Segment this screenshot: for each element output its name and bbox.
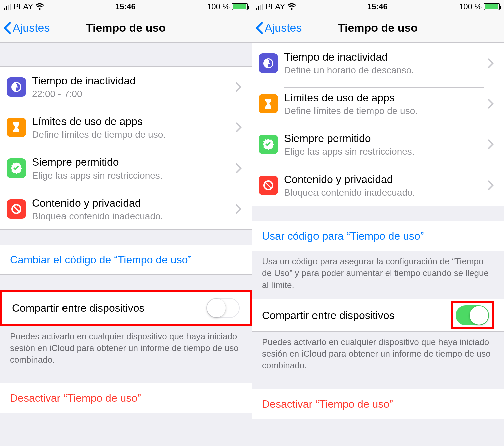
row-sub: Define límites de tiempo de uso. (284, 105, 484, 117)
chevron-right-icon (484, 180, 494, 190)
share-label: Compartir entre dispositivos (262, 309, 395, 322)
chevron-right-icon (484, 139, 494, 149)
highlight-share-on (451, 301, 494, 329)
row-sub: Define límites de tiempo de uso. (32, 129, 232, 140)
use-code-footer: Usa un código para asegurar la configura… (252, 251, 504, 293)
row-downtime[interactable]: Tiempo de inactividad Define un horario … (252, 43, 504, 83)
checkbadge-icon (259, 135, 278, 154)
row-sub: Bloquea contenido inadecuado. (284, 187, 484, 198)
status-bar: PLAY 15:46 100 % (0, 0, 252, 13)
signal-icon (4, 4, 11, 10)
signal-icon (256, 4, 263, 10)
back-button[interactable]: Ajustes (255, 21, 302, 34)
change-code-button[interactable]: Cambiar el código de “Tiempo de uso” (0, 245, 252, 274)
status-time: 15:46 (367, 2, 388, 11)
chevron-right-icon (484, 58, 494, 68)
group-disable: Desactivar “Tiempo de uso” (0, 383, 252, 413)
link-label: Desactivar “Tiempo de uso” (262, 397, 393, 411)
row-title: Siempre permitido (284, 132, 484, 145)
status-right: 100 % (459, 2, 500, 11)
status-left: PLAY (4, 2, 44, 11)
section-spacer (252, 374, 504, 389)
link-label: Desactivar “Tiempo de uso” (10, 391, 141, 405)
disable-screentime-button[interactable]: Desactivar “Tiempo de uso” (0, 383, 252, 413)
hourglass-icon (7, 118, 26, 137)
row-share-devices[interactable]: Compartir entre dispositivos (252, 299, 504, 331)
downtime-icon (7, 77, 26, 97)
row-always-allowed[interactable]: Siempre permitido Elige las apps sin res… (252, 124, 504, 165)
row-title: Tiempo de inactividad (32, 74, 232, 87)
back-button[interactable]: Ajustes (3, 21, 50, 34)
section-spacer (252, 206, 504, 221)
section-spacer (0, 43, 252, 66)
row-sub: 22:00 - 7:00 (32, 88, 232, 100)
chevron-right-icon (232, 82, 242, 92)
settings-group-main: Tiempo de inactividad Define un horario … (252, 43, 504, 206)
share-footer: Puedes activarlo en cualquier dispositiv… (0, 326, 252, 368)
battery-icon (484, 3, 500, 10)
battery-icon (232, 3, 248, 10)
highlight-share-off: Compartir entre dispositivos (0, 290, 252, 326)
row-sub: Bloquea contenido inadecuado. (32, 210, 232, 222)
nav-bar: Ajustes Tiempo de uso (252, 13, 504, 43)
carrier-label: PLAY (13, 2, 33, 11)
status-time: 15:46 (115, 2, 136, 11)
row-title: Tiempo de inactividad (284, 50, 484, 64)
row-title: Límites de uso de apps (32, 115, 232, 128)
row-title: Contenido y privacidad (284, 173, 484, 186)
wifi-icon (287, 3, 296, 10)
hourglass-icon (259, 94, 278, 113)
row-content-privacy[interactable]: Contenido y privacidad Bloquea contenido… (0, 189, 252, 229)
status-right: 100 % (207, 2, 248, 11)
row-sub: Define un horario de descanso. (284, 64, 484, 76)
row-title: Contenido y privacidad (32, 196, 232, 210)
share-label: Compartir entre dispositivos (12, 301, 145, 315)
battery-percent: 100 % (207, 2, 230, 11)
status-bar: PLAY 15:46 100 % (252, 0, 504, 13)
share-toggle[interactable] (206, 298, 240, 318)
row-share-devices[interactable]: Compartir entre dispositivos (2, 292, 250, 324)
link-label: Cambiar el código de “Tiempo de uso” (10, 253, 192, 266)
group-disable: Desactivar “Tiempo de uso” (252, 389, 504, 419)
carrier-label: PLAY (265, 2, 285, 11)
share-footer: Puedes activarlo en cualquier dispositiv… (252, 332, 504, 373)
nosign-icon (7, 199, 26, 219)
status-left: PLAY (256, 2, 296, 11)
section-spacer (0, 230, 252, 245)
row-sub: Elige las apps sin restricciones. (32, 170, 232, 181)
disable-screentime-button[interactable]: Desactivar “Tiempo de uso” (252, 389, 504, 419)
chevron-right-icon (232, 163, 242, 173)
section-spacer (252, 293, 504, 299)
back-label: Ajustes (13, 21, 50, 34)
row-app-limits[interactable]: Límites de uso de apps Define límites de… (0, 107, 252, 148)
group-use-code: Usar código para “Tiempo de uso” (252, 221, 504, 251)
downtime-icon (259, 53, 278, 73)
settings-group-main: Tiempo de inactividad 22:00 - 7:00 Límit… (0, 66, 252, 230)
row-downtime[interactable]: Tiempo de inactividad 22:00 - 7:00 (0, 67, 252, 107)
battery-percent: 100 % (459, 2, 482, 11)
phone-left: PLAY 15:46 100 % Ajustes Tiempo de uso T… (0, 0, 252, 446)
section-spacer (0, 368, 252, 383)
phone-right: PLAY 15:46 100 % Ajustes Tiempo de uso T… (252, 0, 504, 446)
checkbadge-icon (7, 158, 26, 178)
wifi-icon (35, 3, 44, 10)
row-always-allowed[interactable]: Siempre permitido Elige las apps sin res… (0, 148, 252, 189)
share-toggle[interactable] (456, 305, 489, 325)
chevron-right-icon (232, 122, 242, 132)
row-title: Siempre permitido (32, 155, 232, 169)
row-title: Límites de uso de apps (284, 91, 484, 104)
chevron-right-icon (232, 204, 242, 214)
back-label: Ajustes (265, 21, 302, 34)
nav-bar: Ajustes Tiempo de uso (0, 13, 252, 43)
nosign-icon (259, 176, 278, 195)
row-sub: Elige las apps sin restricciones. (284, 146, 484, 157)
section-spacer (0, 275, 252, 290)
link-label: Usar código para “Tiempo de uso” (262, 229, 424, 243)
group-share: Compartir entre dispositivos (252, 299, 504, 332)
group-change-code: Cambiar el código de “Tiempo de uso” (0, 245, 252, 275)
use-code-button[interactable]: Usar código para “Tiempo de uso” (252, 221, 504, 251)
chevron-right-icon (484, 99, 494, 109)
row-app-limits[interactable]: Límites de uso de apps Define límites de… (252, 83, 504, 124)
row-content-privacy[interactable]: Contenido y privacidad Bloquea contenido… (252, 165, 504, 206)
